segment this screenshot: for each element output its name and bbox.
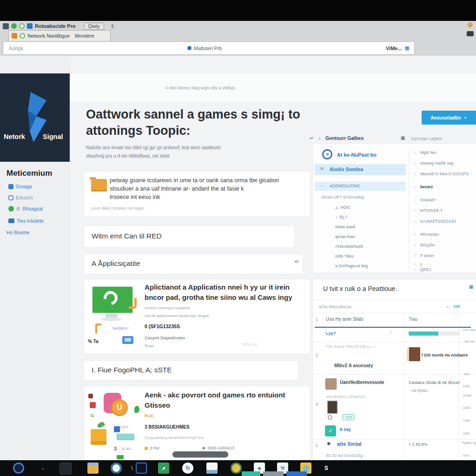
plant-pot-icon <box>91 429 106 445</box>
tab2-label: Network Navitibgue <box>27 33 70 39</box>
panel1-item-2[interactable]: Istew soed <box>335 225 355 229</box>
panel1-item-1[interactable]: ◔EL? <box>335 215 347 219</box>
s-app-icon[interactable]: S <box>321 463 332 474</box>
panel1-side-item-10[interactable]: ›y <box>414 262 422 266</box>
app-card-2[interactable]: U G 6a Q22 3 32.83 Aenk - akc povrort on… <box>84 386 311 460</box>
browser-profile-icon[interactable] <box>111 463 122 474</box>
action-dropdown-button[interactable]: Aesusstiadbn ▼ <box>422 111 476 125</box>
grid-icon[interactable]: ▦ <box>401 135 405 140</box>
panel2-body: U tvit x ruik o a Peattioue. ▦ 4E5u iMso… <box>312 279 476 461</box>
address-left-text: Addgk <box>9 46 23 51</box>
window-preview-3[interactable] <box>286 471 307 476</box>
active-tab[interactable]: Network Navitibgue Mondere <box>8 30 111 41</box>
card6-gray-line: Degyyabdazg dlraeNdtsum%gFdne <box>145 436 203 440</box>
panel1-side-item-0[interactable]: ›Mgdr two <box>414 150 436 155</box>
panel1-item-label: HGiC <box>340 205 350 210</box>
panel1-item-3[interactable]: IpAas tnan <box>335 234 355 239</box>
row1b-label[interactable]: Lyy? <box>326 331 336 336</box>
sidebar-item-1[interactable]: Erksichi <box>8 195 33 200</box>
progress-fill <box>409 331 438 336</box>
panel1-item-5[interactable]: o/ds ?deo <box>335 254 354 258</box>
panel1-side-item-1[interactable]: ›sisaneg maddi osg <box>414 161 453 165</box>
panel1-side-item-11[interactable]: ›QREC <box>414 267 432 272</box>
app-card-1[interactable]: TAA35B7A7 % Ta Aplictianot a Applicatisn… <box>84 279 311 354</box>
spreadsheet-icon[interactable]: ⇗ <box>158 463 169 474</box>
bookmark-grid-icon[interactable]: ▦ <box>405 45 410 51</box>
row2-bold[interactable]: MIbv2 A asonsaty <box>334 363 373 368</box>
sidebar-item-label: Rhsagsal <box>22 206 43 212</box>
chat-icon <box>8 195 13 200</box>
side-item-label: Snanak? <box>420 198 436 202</box>
shield-label[interactable]: B 54g <box>340 427 350 432</box>
row2-book-label[interactable]: f Ditt murtle Ha Aisdaere <box>422 353 468 357</box>
row1-main[interactable]: Uva Hy aoer Slats <box>326 317 364 322</box>
panel1-header-left[interactable]: Gentsurr Galbes <box>325 135 364 141</box>
panel1-item-0[interactable]: ◬HGiC <box>335 205 350 210</box>
row-num: 1 <box>316 317 318 322</box>
return-arrow-icon: ↵ <box>310 136 313 141</box>
card3-grid-icon[interactable]: dS <box>294 259 299 264</box>
chrome-mini-icon-2[interactable] <box>467 31 474 36</box>
tab1-button[interactable]: Qiwiy. <box>84 23 104 30</box>
panel1-side-item-5[interactable]: ›MTSPKEE Y <box>414 208 443 213</box>
section-card-1[interactable]: Witm emt Can til RED <box>84 225 295 248</box>
address-bar[interactable]: Addgk Mattuteri Prb ViMe... ▦ <box>3 41 415 55</box>
panel1-side-item-4[interactable]: ›Snanak? <box>414 198 436 202</box>
folder-icon[interactable] <box>87 463 99 474</box>
tray-chevron-icon[interactable]: ⌄ <box>37 463 48 474</box>
panel1-highlight-row-1[interactable]: ⟳ Aiuiëx Sontlea <box>315 164 406 175</box>
panel1-side-item-9[interactable]: ›P anner <box>414 253 434 258</box>
tab1-label[interactable]: Rotoabscide Pro <box>35 23 75 29</box>
card4-title-line1: Aplictianot a Applicatisn nnei h yy ur i… <box>145 283 290 291</box>
sync-icon[interactable]: ↻ <box>182 463 193 474</box>
panel1-nav-main[interactable]: At ke-NuPast bo <box>337 152 377 158</box>
sidebar-item-2[interactable]: ✆ Rhsagsal <box>8 206 43 212</box>
row1b-mark: ·F <box>389 331 392 334</box>
panel1-item-6[interactable]: s-GAPegecot ling <box>335 264 368 268</box>
sidebar-item-label: Ho Bosme <box>7 230 29 235</box>
chevron-right-icon: › <box>414 267 416 272</box>
section-card-3[interactable]: I. Fiue FogoPHL A; sSTE <box>84 360 298 381</box>
panel1-highlight-row-2[interactable]: ○ aGENDGUTING <box>315 182 406 191</box>
sidebar-title: Meticemium <box>7 169 52 178</box>
sort-icon[interactable]: ↓ <box>439 304 441 309</box>
panel1-side-item-3[interactable]: ›becect <box>414 185 433 189</box>
panel1-item-4[interactable]: Arsicotswrsuck <box>335 244 363 249</box>
sidebar-item-0[interactable]: Grsaga <box>8 184 32 189</box>
info-card[interactable]: petway gsane tcotarews in ume ta or oank… <box>84 171 311 217</box>
address-right[interactable]: ViMe... ▦ <box>386 45 410 51</box>
filter-icon[interactable]: ▴ <box>447 304 449 309</box>
col-divider-2 <box>459 315 459 458</box>
sidebar-item-3[interactable]: Ties Ickslete <box>8 218 44 224</box>
phone-app-icon[interactable] <box>60 463 72 475</box>
gear-icon[interactable] <box>328 415 332 420</box>
phone-outline-icon[interactable] <box>136 463 147 474</box>
card1-link[interactable]: Leurn lMail chirlstee ons segm. <box>91 206 145 211</box>
photos-icon[interactable] <box>206 463 218 474</box>
globe-yellow-icon[interactable] <box>231 463 242 474</box>
panel1-side-item-6[interactable]: ›SAJSKETSSED14O <box>414 219 456 224</box>
sidebar-item-4[interactable]: Ho Bosme <box>7 230 29 235</box>
section-card-2[interactable]: A Ầpplicsiçatite dS <box>84 254 303 274</box>
side-item-label: SAJSKETSSED14O <box>420 219 456 224</box>
window-preview-1[interactable] <box>242 471 260 476</box>
chrome-mini-icon-1[interactable] <box>468 22 473 27</box>
panel1-side-item-8[interactable]: ›6d1g3ts <box>414 243 434 247</box>
chevron-right-icon: › <box>414 219 416 224</box>
panel2-add-link[interactable]: AM <box>453 304 460 309</box>
menu-grid-icon[interactable]: ▦ <box>469 284 473 289</box>
row3-bold[interactable]: Uanrlledterevessote <box>340 380 384 385</box>
card6-title-line2: Gtisseo <box>145 401 170 409</box>
dark-red-dot-icon <box>88 394 93 398</box>
window-preview-2[interactable] <box>263 471 284 476</box>
chevron-right-icon: › <box>414 262 416 266</box>
logo-box[interactable]: Netork Signal <box>0 73 70 162</box>
folder-icon <box>91 179 107 190</box>
panel1-side-item-7[interactable]: ›WruAeoeo <box>414 232 439 237</box>
chevron-right-icon: › <box>414 232 416 237</box>
panel1-header-right[interactable]: Gysrsge Lagtes <box>411 136 442 141</box>
sidebar-item-label: Ties Ickslete <box>17 218 44 224</box>
row5-bold[interactable]: atte Sintal <box>337 441 362 447</box>
panel1-side-item-2[interactable]: ›Meuosb fc Mea O GGF2PS <box>414 172 469 176</box>
start-icon[interactable] <box>13 463 24 474</box>
